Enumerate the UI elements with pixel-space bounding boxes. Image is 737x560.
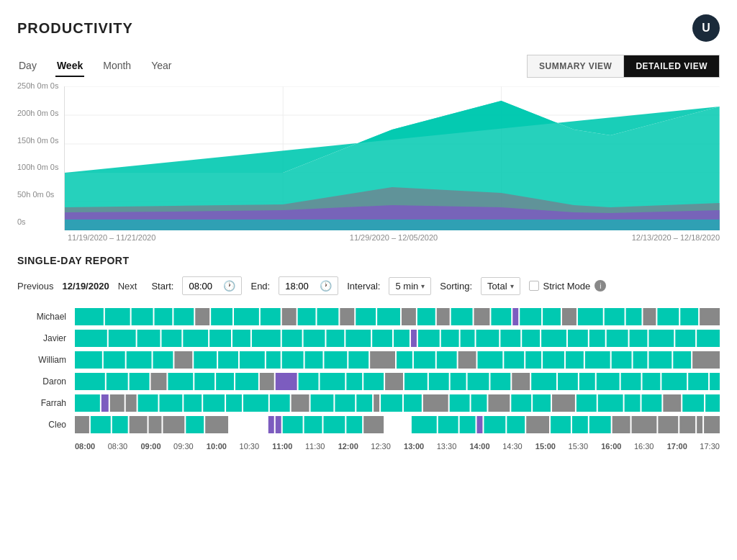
interval-value: 5 min: [395, 281, 418, 292]
svg-rect-113: [299, 373, 319, 390]
svg-rect-107: [168, 373, 193, 390]
svg-rect-194: [697, 416, 702, 433]
sorting-select[interactable]: Total ▾: [481, 277, 520, 295]
svg-rect-41: [643, 308, 656, 325]
svg-rect-56: [345, 330, 371, 347]
svg-rect-161: [641, 394, 661, 412]
time-axis: 08:0008:3009:0009:3010:0010:3011:0011:30…: [17, 442, 720, 451]
svg-rect-94: [525, 351, 541, 369]
svg-rect-25: [340, 308, 354, 325]
svg-rect-66: [541, 330, 566, 347]
svg-rect-106: [151, 373, 167, 390]
svg-rect-125: [558, 373, 578, 390]
timeline-bars: [75, 307, 720, 436]
svg-rect-119: [429, 373, 449, 390]
start-time-field[interactable]: [189, 281, 219, 292]
tab-month[interactable]: Month: [101, 55, 132, 77]
svg-rect-30: [437, 308, 450, 325]
avatar[interactable]: U: [692, 14, 720, 42]
sorting-value: Total: [487, 281, 507, 292]
svg-rect-155: [511, 394, 531, 412]
svg-rect-51: [232, 330, 250, 347]
end-time-input[interactable]: 🕐: [279, 276, 338, 295]
svg-rect-55: [326, 330, 344, 347]
svg-rect-172: [205, 416, 228, 433]
svg-rect-154: [488, 394, 510, 412]
svg-rect-115: [346, 373, 362, 390]
svg-rect-36: [543, 308, 561, 325]
y-label-100: 100h 0m 0s: [17, 163, 64, 171]
interval-select[interactable]: 5 min ▾: [389, 277, 431, 295]
svg-rect-103: [75, 373, 105, 390]
svg-rect-13: [75, 308, 104, 325]
svg-rect-141: [226, 394, 242, 412]
svg-rect-145: [311, 394, 334, 412]
svg-rect-193: [679, 416, 695, 433]
previous-button[interactable]: Previous: [17, 281, 54, 292]
x-label-1: 11/19/2020 – 11/21/2020: [68, 233, 155, 242]
svg-rect-101: [673, 351, 691, 369]
person-name-cleo: Cleo: [17, 415, 75, 435]
svg-rect-86: [348, 351, 368, 369]
svg-rect-175: [283, 416, 303, 433]
svg-rect-61: [441, 330, 459, 347]
end-clock-icon[interactable]: 🕐: [320, 280, 332, 292]
tab-week[interactable]: Week: [55, 55, 84, 77]
end-label: End:: [250, 281, 270, 292]
summary-view-button[interactable]: SUMMARY VIEW: [527, 55, 623, 78]
svg-rect-180: [412, 416, 437, 433]
svg-rect-139: [184, 394, 202, 412]
svg-rect-88: [397, 351, 412, 369]
svg-rect-146: [335, 394, 355, 412]
detailed-view-button[interactable]: DETAILED VIEW: [623, 55, 720, 78]
start-clock-icon[interactable]: 🕐: [223, 280, 235, 292]
interval-label: Interval:: [347, 281, 380, 292]
svg-rect-95: [543, 351, 564, 369]
svg-marker-12: [65, 220, 720, 230]
svg-rect-50: [209, 330, 231, 347]
interval-dropdown-arrow: ▾: [421, 282, 425, 290]
tab-day[interactable]: Day: [17, 55, 38, 77]
svg-rect-105: [130, 373, 150, 390]
time-tick-1330: 13:30: [437, 442, 470, 451]
svg-rect-15: [132, 308, 153, 325]
svg-rect-39: [605, 308, 625, 325]
svg-rect-129: [642, 373, 660, 390]
svg-rect-109: [216, 373, 234, 390]
svg-rect-59: [411, 330, 417, 347]
time-tick-1530: 15:30: [569, 442, 602, 451]
svg-rect-190: [612, 416, 630, 433]
svg-rect-67: [568, 330, 588, 347]
end-time-field[interactable]: [285, 281, 315, 292]
svg-rect-40: [626, 308, 642, 325]
svg-rect-130: [661, 373, 687, 390]
svg-rect-153: [471, 394, 487, 412]
svg-rect-29: [417, 308, 435, 325]
tab-year[interactable]: Year: [150, 55, 173, 77]
svg-rect-164: [705, 394, 720, 412]
svg-rect-81: [240, 351, 265, 369]
time-tick-1300: 13:00: [404, 442, 437, 451]
svg-rect-27: [377, 308, 400, 325]
bar-farrah: [75, 393, 720, 413]
svg-rect-84: [305, 351, 323, 369]
strict-mode-checkbox[interactable]: [529, 281, 539, 291]
svg-rect-28: [402, 308, 416, 325]
time-tick-1100: 11:00: [272, 442, 305, 451]
svg-rect-181: [438, 416, 458, 433]
svg-rect-21: [261, 308, 281, 325]
time-tick-0830: 08:30: [108, 442, 141, 451]
start-time-input[interactable]: 🕐: [182, 276, 242, 295]
person-name-michael: Michael: [17, 307, 75, 327]
svg-rect-16: [155, 308, 173, 325]
svg-rect-75: [104, 351, 125, 369]
strict-mode-info-icon[interactable]: i: [594, 280, 606, 292]
x-label-2: 11/29/2020 – 12/05/2020: [350, 233, 438, 242]
svg-rect-159: [598, 394, 623, 412]
svg-rect-22: [282, 308, 297, 325]
time-tick-1730: 17:30: [700, 442, 720, 451]
time-tick-1430: 14:30: [502, 442, 535, 451]
svg-rect-79: [194, 351, 217, 369]
next-button[interactable]: Next: [118, 281, 137, 292]
time-tick-1230: 12:30: [371, 442, 404, 451]
